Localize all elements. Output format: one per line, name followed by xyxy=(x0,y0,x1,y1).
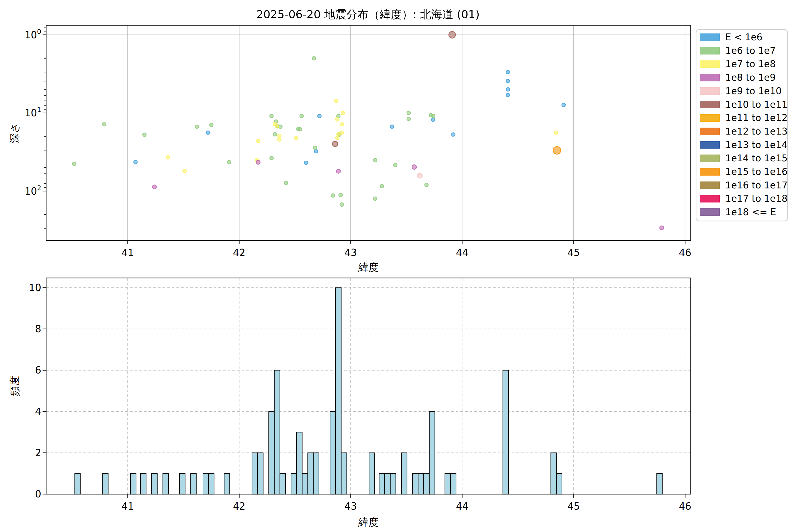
scatter-point xyxy=(134,160,137,164)
scatter-point xyxy=(506,79,510,83)
legend-item-label: 1e12 to 1e13 xyxy=(725,126,787,137)
scatter-point xyxy=(506,70,510,74)
scatter-point xyxy=(394,164,397,167)
legend-swatch xyxy=(700,128,720,135)
scatter-point xyxy=(183,169,186,173)
histogram-bar xyxy=(209,474,214,494)
histogram-frame xyxy=(46,278,691,494)
scatter-point xyxy=(209,123,213,127)
scatter-point xyxy=(506,88,510,91)
histogram-bar xyxy=(191,474,196,494)
scatter-frame xyxy=(46,25,691,241)
x-tick-label: 41 xyxy=(121,247,134,258)
histogram-bars xyxy=(75,288,662,494)
scatter-point xyxy=(206,131,210,134)
histogram-bar xyxy=(152,474,157,494)
scatter-point xyxy=(335,99,338,102)
scatter-point xyxy=(380,185,384,188)
scatter-point xyxy=(341,111,345,115)
histogram-bar xyxy=(102,474,108,494)
x-tick-label: 45 xyxy=(568,500,580,512)
scatter-point xyxy=(374,158,377,162)
histogram-bar xyxy=(224,474,230,494)
histogram-bar xyxy=(330,412,336,494)
x-tick-label: 44 xyxy=(456,500,468,512)
scatter-point xyxy=(312,57,316,60)
histogram-bar xyxy=(341,453,347,494)
legend-box xyxy=(696,30,787,221)
legend-swatch xyxy=(700,141,720,149)
histogram-xlabel: 緯度 xyxy=(358,516,379,528)
scatter-point xyxy=(166,156,170,159)
scatter-gridlines xyxy=(46,25,691,241)
scatter-point xyxy=(278,138,281,141)
legend-swatch xyxy=(700,101,720,108)
scatter-point xyxy=(339,193,342,197)
x-tick-label: 42 xyxy=(233,500,245,512)
scatter-point xyxy=(431,114,435,118)
scatter-points xyxy=(73,32,664,230)
scatter-point xyxy=(314,150,318,153)
scatter-point xyxy=(390,125,394,128)
scatter-point xyxy=(152,185,156,189)
y-tick-label: 101 xyxy=(25,106,41,119)
legend-item-label: 1e11 to 1e12 xyxy=(725,112,787,123)
scatter-point xyxy=(102,122,106,126)
scatter-ticks: 414243444546100101102 xyxy=(25,27,691,258)
chart-canvas: 414243444546100101102 414243444546024681… xyxy=(0,0,798,532)
histogram-bar xyxy=(657,474,662,494)
scatter-point xyxy=(336,136,339,140)
legend-swatch xyxy=(700,74,720,81)
y-tick-label: 4 xyxy=(35,406,41,417)
scatter-point xyxy=(452,133,455,136)
scatter-point xyxy=(284,181,288,185)
y-tick-label: 0 xyxy=(35,488,41,500)
legend-swatch xyxy=(700,114,720,121)
legend-item-label: 1e15 to 1e16 xyxy=(725,166,787,177)
histogram-bar xyxy=(163,474,169,494)
scatter-point xyxy=(256,160,260,164)
legend-item-label: 1e17 to 1e18 xyxy=(725,193,787,204)
histogram-bar xyxy=(131,474,136,494)
legend-swatch xyxy=(700,60,720,68)
scatter-point xyxy=(300,114,303,118)
scatter-point xyxy=(332,141,338,147)
scatter-point xyxy=(294,136,298,140)
histogram-bar xyxy=(379,474,385,494)
scatter-point xyxy=(340,122,344,126)
scatter-point xyxy=(270,114,273,118)
histogram-bar xyxy=(179,474,185,494)
legend-item-label: E < 1e6 xyxy=(725,32,762,42)
histogram-bar xyxy=(451,474,456,494)
scatter-point xyxy=(318,114,321,118)
scatter-point xyxy=(143,133,146,136)
y-tick-label: 8 xyxy=(35,323,41,335)
histogram-bar xyxy=(302,474,308,494)
chart-title: 2025-06-20 地震分布（緯度）: 北海道 (01) xyxy=(256,8,480,21)
legend-swatch xyxy=(700,155,720,162)
histogram-bar xyxy=(551,453,556,494)
scatter-point xyxy=(275,125,279,128)
histogram-ylabel: 頻度 xyxy=(8,376,21,396)
histogram-bar xyxy=(291,474,297,494)
scatter-point xyxy=(256,139,260,143)
legend-swatch xyxy=(700,209,720,216)
x-tick-label: 42 xyxy=(233,247,245,258)
scatter-point xyxy=(270,156,273,160)
scatter-point xyxy=(407,117,411,120)
scatter-point xyxy=(374,197,377,201)
legend-item-label: 1e18 <= E xyxy=(725,207,776,217)
x-tick-label: 46 xyxy=(679,247,691,258)
scatter-point xyxy=(431,118,435,121)
histogram-bar xyxy=(75,474,80,494)
histogram-bar xyxy=(424,474,429,494)
scatter-point xyxy=(331,194,335,197)
legend-swatch xyxy=(700,47,720,54)
x-tick-label: 43 xyxy=(344,500,357,512)
scatter-point xyxy=(340,131,344,134)
y-tick-label: 102 xyxy=(25,184,41,197)
legend-item-label: 1e8 to 1e9 xyxy=(725,72,776,83)
histogram-bar xyxy=(336,288,341,494)
y-tick-label: 2 xyxy=(35,447,41,458)
scatter-point xyxy=(553,147,560,154)
